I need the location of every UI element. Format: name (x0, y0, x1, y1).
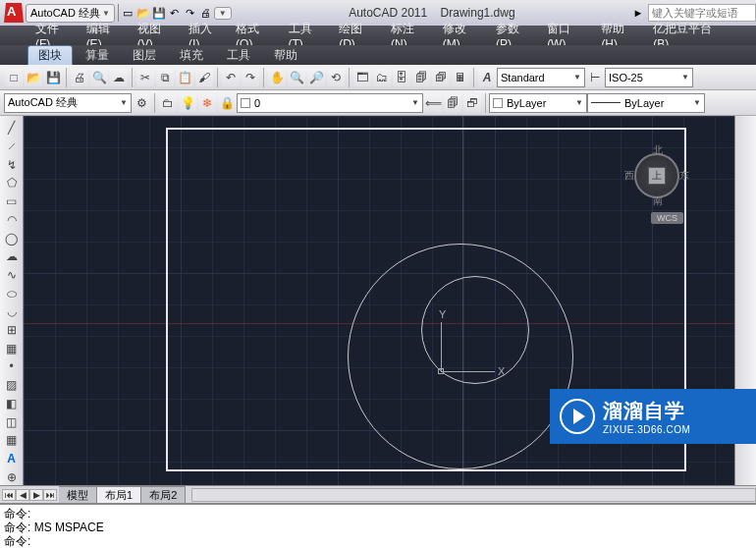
dc-icon[interactable]: 🗂 (373, 69, 391, 86)
layer-iso-icon[interactable]: 🗗 (463, 94, 481, 112)
pan-icon[interactable]: ✋ (268, 69, 286, 86)
layer-state-icon[interactable]: 🗐 (444, 94, 461, 112)
next-tab-icon: ▶ (29, 489, 43, 501)
tab-quantity[interactable]: 算量 (75, 45, 120, 66)
layer-prop-icon[interactable]: 🗀 (159, 94, 177, 112)
ellipse-arc-icon[interactable]: ◡ (3, 303, 21, 320)
mtext-icon[interactable]: A (3, 451, 21, 467)
polyline-icon[interactable]: ↯ (3, 156, 21, 173)
tab-layer[interactable]: 图层 (122, 45, 167, 66)
polygon-icon[interactable]: ⬠ (3, 175, 21, 192)
spline-icon[interactable]: ∿ (3, 267, 21, 284)
wcs-label[interactable]: WCS (651, 212, 683, 224)
tab-block[interactable]: 图块 (27, 45, 73, 66)
tab-tools[interactable]: 工具 (216, 45, 261, 66)
dim-style-icon[interactable]: ⊢ (586, 69, 604, 86)
linetype-combo[interactable]: ByLayer▼ (587, 93, 705, 113)
preview-icon[interactable]: 🔍 (90, 69, 108, 86)
redo2-icon[interactable]: ↷ (242, 69, 259, 86)
cmd-history-1: 命令: (4, 507, 752, 521)
match-icon[interactable]: 🖌 (195, 69, 213, 86)
layer-prev-icon[interactable]: ⟸ (424, 94, 442, 112)
layout-nav[interactable]: ⏮◀▶⏭ (0, 489, 59, 501)
main-area: ╱ ⟋ ↯ ⬠ ▭ ◠ ◯ ☁ ∿ ⬭ ◡ ⊞ ▦ • ▨ ◧ ◫ ▦ A ⊕ (0, 116, 756, 485)
text-style-combo[interactable]: Standard▼ (497, 68, 585, 87)
layout-tab-2[interactable]: 布局2 (141, 486, 186, 504)
layout-tab-model[interactable]: 模型 (59, 486, 97, 504)
layer-on-icon[interactable]: 💡 (179, 94, 196, 112)
first-tab-icon: ⏮ (2, 489, 16, 501)
command-window[interactable]: 命令: 命令: MS MSPACE 命令: (0, 503, 756, 548)
revcloud-icon[interactable]: ☁ (3, 248, 21, 265)
layer-lock-icon[interactable]: 🔒 (218, 94, 236, 112)
sheet-icon[interactable]: 🗐 (412, 69, 430, 86)
color-combo[interactable]: ByLayer▼ (489, 93, 587, 113)
tool-pal-icon[interactable]: 🗄 (393, 69, 410, 86)
view-cube[interactable]: 上 北 南 东 西 (626, 145, 687, 206)
region-icon[interactable]: ◫ (3, 413, 21, 430)
ellipse-icon[interactable]: ⬭ (3, 285, 21, 301)
prop-icon[interactable]: 🗔 (353, 69, 371, 86)
cut-icon[interactable]: ✂ (136, 69, 154, 86)
prev-tab-icon: ◀ (16, 489, 29, 501)
ucs-icon: X Y (441, 322, 519, 401)
publish-icon[interactable]: ☁ (110, 69, 128, 86)
block-icon[interactable]: ▦ (3, 340, 21, 356)
draw-toolbar: ╱ ⟋ ↯ ⬠ ▭ ◠ ◯ ☁ ∿ ⬭ ◡ ⊞ ▦ • ▨ ◧ ◫ ▦ A ⊕ (0, 116, 24, 485)
toolbar-workspace-layer: AutoCAD 经典▼ ⚙ 🗀 💡 ❄ 🔒 0▼ ⟸ 🗐 🗗 ByLayer▼ … (0, 90, 756, 116)
paste-icon[interactable]: 📋 (176, 69, 193, 86)
hatch-icon[interactable]: ▨ (3, 377, 21, 394)
workspace-settings-icon[interactable]: ⚙ (133, 94, 150, 112)
calc-icon[interactable]: 🖩 (452, 69, 469, 86)
tab-help[interactable]: 帮助 (263, 45, 308, 66)
gradient-icon[interactable]: ◧ (3, 396, 21, 412)
markup-icon[interactable]: 🗊 (432, 69, 450, 86)
zoom-rt-icon[interactable]: 🔍 (288, 69, 305, 86)
toolbar-standard: □ 📂 💾 🖨 🔍 ☁ ✂ ⧉ 📋 🖌 ↶ ↷ ✋ 🔍 🔎 ⟲ 🗔 🗂 🗄 🗐 … (0, 65, 756, 90)
watermark: 溜溜自学 ZIXUE.3D66.COM (550, 389, 756, 444)
arc-icon[interactable]: ◠ (3, 212, 21, 229)
xline-icon[interactable]: ⟋ (3, 138, 21, 155)
app-icon (4, 3, 24, 23)
insert-icon[interactable]: ⊞ (3, 322, 21, 339)
layout-tab-bar: ⏮◀▶⏭ 模型 布局1 布局2 (0, 485, 756, 503)
ribbon-tabs: 图块 算量 图层 填充 工具 帮助 (0, 45, 756, 65)
dim-style-combo[interactable]: ISO-25▼ (605, 68, 693, 87)
h-scrollbar[interactable] (191, 488, 756, 502)
layer-combo[interactable]: 0▼ (237, 93, 423, 113)
layout-tab-1[interactable]: 布局1 (97, 486, 141, 504)
point-icon[interactable]: • (3, 358, 21, 375)
chevron-down-icon: ▼ (102, 9, 110, 18)
tab-hatch[interactable]: 填充 (169, 45, 214, 66)
save-file-icon[interactable]: 💾 (44, 69, 62, 86)
zoom-win-icon[interactable]: 🔎 (307, 69, 325, 86)
circle-icon[interactable]: ◯ (3, 230, 21, 247)
table-icon[interactable]: ▦ (3, 432, 21, 449)
copy-icon[interactable]: ⧉ (156, 69, 174, 86)
print-icon[interactable]: 🖨 (71, 69, 88, 86)
play-icon (560, 399, 595, 434)
line-icon[interactable]: ╱ (3, 120, 21, 137)
zoom-prev-icon[interactable]: ⟲ (327, 69, 345, 86)
cmd-prompt: 命令: (4, 534, 30, 548)
rect-icon[interactable]: ▭ (3, 193, 21, 210)
menu-bar: 文件(F) 编辑(E) 视图(V) 插入(I) 格式(O) 工具(T) 绘图(D… (0, 26, 756, 45)
addsel-icon[interactable]: ⊕ (3, 468, 21, 485)
open-file-icon[interactable]: 📂 (25, 69, 42, 86)
layer-freeze-icon[interactable]: ❄ (198, 94, 216, 112)
cmd-history-2: 命令: MS MSPACE (4, 521, 752, 534)
workspace-combo[interactable]: AutoCAD 经典▼ (4, 93, 132, 113)
undo2-icon[interactable]: ↶ (222, 69, 240, 86)
last-tab-icon: ⏭ (43, 489, 57, 501)
new-file-icon[interactable]: □ (5, 69, 23, 86)
text-style-icon[interactable]: A (478, 69, 496, 86)
